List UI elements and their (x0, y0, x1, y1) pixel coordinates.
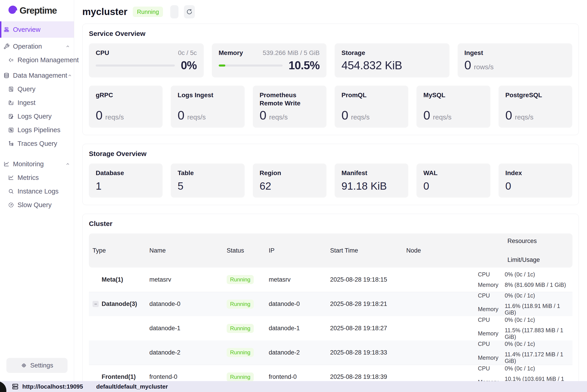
col-node: Node (403, 234, 474, 268)
sidebar-nav: Overview Operation Region Management (0, 21, 74, 358)
memory-resource-value: 8% (81.609 MiB / 1 GiB) (505, 282, 572, 288)
row-node (403, 292, 474, 316)
sidebar-item-ingest[interactable]: Ingest (0, 96, 74, 110)
promql-card: PromQL 0reqs/s (335, 86, 408, 128)
storage-overview-panel: Storage Overview Database 1 Table 5 Regi… (82, 144, 579, 205)
traces-query-icon (8, 140, 14, 147)
table-row-frontend-0: Frontend(1) frontend-0 Running frontend-… (89, 365, 572, 381)
sidebar-item-label: Logs Pipelines (18, 126, 61, 134)
row-ip: datanode-0 (265, 292, 327, 316)
cpu-resource-label: CPU (478, 292, 505, 299)
sidebar-item-logs-pipelines[interactable]: Logs Pipelines (0, 123, 74, 137)
postgresql-card: PostgreSQL 0reqs/s (499, 86, 572, 128)
cpu-resource-label: CPU (478, 271, 505, 278)
cluster-section-title: Cluster (89, 220, 572, 228)
settings-button[interactable]: Settings (6, 358, 68, 373)
database-label: Database (96, 169, 156, 177)
brand-name: Greptime (20, 6, 57, 16)
row-node (403, 365, 474, 381)
row-start-time: 2025-08-28 19:18:39 (327, 365, 403, 381)
refresh-button[interactable] (184, 5, 195, 18)
row-ip: datanode-2 (265, 340, 327, 365)
status-badge: Running (227, 348, 254, 357)
row-name: datanode-0 (146, 292, 223, 316)
memory-resource-label: Memory (478, 282, 505, 288)
memory-progressbar (219, 64, 283, 66)
memory-label: Memory (219, 49, 243, 57)
search-icon (8, 188, 14, 194)
sidebar-item-label: Slow Query (18, 201, 52, 209)
memory-card: Memory 539.266 MiB / 5 GiB 10.5% (212, 44, 327, 78)
grpc-value: 0 (96, 108, 103, 122)
sidebar: Greptime Overview Operation (0, 0, 74, 381)
col-status: Status (223, 234, 265, 268)
storage-overview-title: Storage Overview (89, 150, 572, 158)
cluster-actions-button[interactable] (170, 5, 178, 18)
chevron-up-icon[interactable] (65, 44, 70, 49)
gauge-icon (8, 202, 14, 208)
postgresql-value: 0 (505, 108, 512, 122)
table-row-datanode-2: datanode-2 Running datanode-2 2025-08-28… (89, 340, 572, 365)
row-ip: metasrv (265, 268, 327, 292)
collapse-group-button[interactable] (93, 301, 99, 307)
sidebar-group-monitoring[interactable]: Monitoring (0, 157, 74, 171)
sidebar-group-operation[interactable]: Operation (0, 40, 74, 53)
sidebar-item-region-management[interactable]: Region Management (0, 53, 74, 67)
row-start-time: 2025-08-28 19:18:15 (327, 268, 403, 292)
postgresql-unit: reqs/s (515, 113, 533, 121)
row-start-time: 2025-08-28 19:18:33 (327, 340, 403, 365)
sidebar-item-label: Data Management (13, 72, 67, 79)
sidebar-item-logs-query[interactable]: Logs Query (0, 110, 74, 123)
chevron-up-icon[interactable] (67, 73, 72, 78)
cpu-resource-value: 0% (0c / 1c) (505, 292, 572, 299)
status-badge: Running (227, 275, 254, 284)
status-bar: http://localhost:19095 default/default_m… (0, 381, 587, 392)
chevron-up-icon[interactable] (65, 162, 70, 166)
service-rates-row: gRPC 0reqs/s Logs Ingest 0reqs/s Prometh… (89, 86, 572, 128)
row-node (403, 340, 474, 365)
sidebar-item-label: Instance Logs (18, 188, 59, 195)
index-card: Index 0 (499, 164, 572, 198)
service-overview-panel: Service Overview CPU 0c / 5c 0% Memory (82, 24, 579, 135)
greptime-spiral-icon (7, 4, 18, 16)
row-ip: frontend-0 (265, 365, 327, 381)
database-icon (4, 72, 10, 78)
settings-label: Settings (30, 362, 53, 369)
sidebar-item-label: Overview (13, 26, 41, 34)
overview-icon (4, 26, 10, 33)
row-ip: datanode-1 (265, 316, 327, 340)
index-label: Index (505, 169, 565, 177)
cpu-resource-value: 0% (0c / 1c) (505, 365, 572, 372)
prometheus-remote-write-card: Prometheus Remote Write 0reqs/s (253, 86, 327, 128)
ingest-value: 0 (464, 58, 471, 72)
row-name: datanode-1 (146, 316, 223, 340)
sidebar-item-overview[interactable]: Overview (0, 21, 74, 38)
col-resources-label: Resources (507, 238, 572, 244)
cluster-title: mycluster (82, 6, 127, 17)
sidebar-item-slow-query[interactable]: Slow Query (0, 198, 74, 212)
row-node (403, 268, 474, 292)
table-label: Table (178, 169, 237, 177)
memory-resource-label: Memory (478, 306, 505, 312)
logs-query-icon (8, 113, 14, 120)
memory-progress-fill (219, 64, 225, 66)
grpc-card: gRPC 0reqs/s (89, 86, 163, 128)
prometheus-remote-write-value: 0 (260, 108, 266, 122)
cpu-percent: 0% (181, 59, 197, 72)
sidebar-item-instance-logs[interactable]: Instance Logs (0, 184, 74, 198)
sidebar-group-data-management[interactable]: Data Management (0, 68, 74, 82)
row-name: metasrv (146, 268, 223, 292)
grpc-label: gRPC (96, 91, 156, 99)
sidebar-item-traces-query[interactable]: Traces Query (0, 137, 74, 150)
sidebar-item-query[interactable]: Query (0, 82, 74, 96)
region-label: Region (260, 169, 320, 177)
server-url: http://localhost:19095 (22, 383, 83, 390)
promql-label: PromQL (342, 91, 402, 99)
status-badge: Running (227, 372, 254, 381)
cluster-table: Type Name Status IP Start Time Node Reso… (89, 234, 572, 381)
col-start-time: Start Time (327, 234, 403, 268)
corner-widget[interactable] (0, 381, 6, 392)
sidebar-item-metrics[interactable]: Metrics (0, 171, 74, 184)
table-row-datanode-0: Datanode(3) datanode-0 Running datanode-… (89, 292, 572, 316)
mysql-card: MySQL 0reqs/s (417, 86, 490, 128)
